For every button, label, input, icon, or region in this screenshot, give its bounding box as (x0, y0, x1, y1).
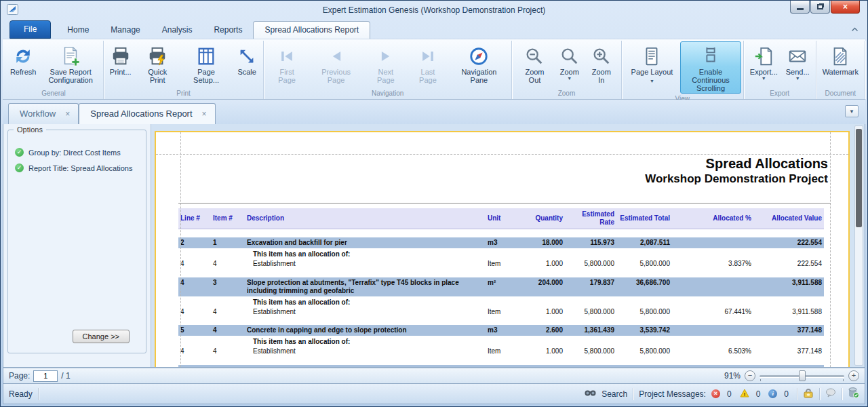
zoom-in-icon (591, 45, 612, 68)
next-page-button[interactable]: Next Page (364, 41, 407, 88)
zoom-button[interactable]: Zoom ▼ (555, 41, 584, 88)
error-icon[interactable]: × (711, 389, 720, 398)
group-label-general: General (6, 88, 101, 99)
minimize-icon (797, 8, 804, 10)
next-page-icon (376, 45, 395, 68)
allocations-table: Line # Item # Description Unit Quantity … (178, 208, 824, 367)
zoom-in-button[interactable]: Zoom In (584, 41, 619, 88)
separator (819, 388, 820, 400)
spacer-row (178, 269, 824, 277)
close-button[interactable]: × (831, 1, 860, 14)
enable-continuous-scrolling-button[interactable]: Enable Continuous Scrolling (680, 41, 741, 94)
doc-tab-spread-allocations-report[interactable]: Spread Allocations Report × (79, 103, 215, 124)
col-allocated-pct: Allocated % (672, 208, 753, 229)
close-report-tab-icon[interactable]: × (202, 109, 207, 119)
collapse-ribbon-icon[interactable] (851, 22, 859, 35)
navigation-pane-label: Navigation Pane (453, 68, 506, 84)
previous-page-button[interactable]: Previous Page (308, 41, 364, 88)
save-report-label: Save Report Configuration (44, 68, 97, 84)
scale-button[interactable]: Scale (233, 41, 261, 88)
main-area: Options ✓ Group by: Direct Cost Items ✓ … (3, 124, 865, 368)
col-unit: Unit (486, 208, 523, 229)
restore-button[interactable] (810, 1, 830, 14)
group-label-export: Export (746, 88, 814, 99)
quick-print-icon (147, 45, 167, 68)
title-bar: Expert Estimation Genesis (Workshop Demo… (3, 1, 865, 20)
page-total: / 1 (61, 371, 70, 381)
option-report-title[interactable]: ✓ Report Title: Spread Allocations (15, 163, 140, 173)
page-setup-label: Page Setup... (184, 68, 229, 84)
zoom-label: Zoom (560, 68, 579, 76)
slider-tick (843, 379, 844, 381)
minimize-button[interactable] (790, 1, 810, 14)
tab-reports[interactable]: Reports (203, 22, 253, 39)
page-setup-button[interactable]: Page Setup... (180, 41, 233, 88)
group-label-print: Print (106, 88, 261, 99)
search-icon (585, 389, 596, 400)
zoom-slider-thumb[interactable] (799, 370, 806, 381)
col-quantity: Quantity (523, 208, 565, 229)
search-button[interactable]: Search (601, 389, 627, 399)
export-button[interactable]: Export... ▼ (746, 41, 782, 88)
project-messages-label: Project Messages: (639, 389, 706, 399)
send-button[interactable]: Send... ▼ (782, 41, 814, 88)
report-page: Spread Allocations Workshop Demonstratio… (155, 131, 850, 367)
database-status-icon[interactable] (848, 387, 859, 400)
zoom-slider-plus-button[interactable]: + (848, 370, 859, 381)
zoom-slider[interactable] (760, 370, 844, 381)
group-label-zoom: Zoom (514, 88, 619, 99)
page-layout-dropdown-icon: ▼ (650, 79, 654, 83)
tab-analysis[interactable]: Analysis (151, 22, 203, 39)
vertical-scrollbar[interactable] (854, 125, 863, 366)
zoom-out-button[interactable]: Zoom Out (514, 41, 555, 88)
restore-icon (817, 4, 823, 9)
warning-icon[interactable]: ! (740, 389, 749, 400)
warning-count: 0 (756, 389, 761, 399)
option-group-by[interactable]: ✓ Group by: Direct Cost Items (15, 148, 140, 157)
tab-file[interactable]: File (9, 20, 51, 39)
doc-tab-workflow[interactable]: Workflow × (8, 103, 79, 124)
col-estimated-rate: Estimated Rate (565, 208, 616, 229)
page-layout-button[interactable]: Page Layout ▼ (624, 41, 680, 94)
save-report-configuration-button[interactable]: Save Report Configuration (40, 41, 101, 88)
continuous-scrolling-label: Enable Continuous Scrolling (684, 68, 737, 92)
last-page-button[interactable]: Last Page (407, 41, 448, 88)
export-dropdown-icon: ▼ (762, 76, 766, 81)
comment-icon[interactable] (825, 388, 836, 400)
item-row: 21Excavation and backfill for pierm318.0… (178, 237, 824, 249)
separator (633, 388, 633, 400)
navigation-pane-button[interactable]: Navigation Pane (449, 41, 510, 88)
change-button[interactable]: Change >> (73, 330, 130, 343)
ribbon-group-zoom: Zoom Out Zoom ▼ Zoom In Zoom (512, 41, 622, 99)
info-icon[interactable]: i (768, 389, 777, 398)
watermark-button[interactable]: Watermark (818, 41, 863, 88)
col-item: Item # (211, 208, 245, 229)
zoom-out-label: Zoom Out (518, 68, 551, 84)
next-page-label: Next Page (368, 68, 403, 84)
zoom-slider-minus-button[interactable]: − (745, 370, 755, 381)
watermark-label: Watermark (823, 68, 859, 76)
tab-manage[interactable]: Manage (100, 22, 151, 39)
margin-guide-left (180, 132, 181, 367)
refresh-button[interactable]: Refresh (6, 41, 40, 88)
separator (797, 388, 797, 400)
group-label-navigation: Navigation (266, 88, 509, 99)
close-workflow-tab-icon[interactable]: × (65, 109, 70, 119)
first-page-button[interactable]: First Page (266, 41, 308, 88)
tab-home[interactable]: Home (56, 22, 100, 39)
option-report-title-label: Report Title: Spread Allocations (28, 163, 132, 173)
check-icon: ✓ (15, 148, 24, 157)
ribbon-group-document: Watermark Document (816, 41, 865, 99)
tab-spread-allocations-report[interactable]: Spread Allocations Report (253, 21, 370, 39)
quick-print-button[interactable]: Quick Print (136, 41, 180, 88)
allocation-note-row: This item has an allocation of: (178, 336, 824, 347)
print-button[interactable]: Print... (106, 41, 136, 88)
options-groupbox: Options ✓ Group by: Direct Cost Items ✓ … (7, 130, 146, 353)
separator (38, 388, 39, 400)
lock-icon[interactable] (803, 388, 814, 400)
last-page-label: Last Page (411, 68, 444, 84)
scrollbar-thumb[interactable] (856, 129, 862, 227)
export-icon (753, 45, 774, 68)
tab-list-dropdown-button[interactable]: ▼ (845, 105, 859, 117)
page-number-input[interactable] (33, 370, 58, 382)
